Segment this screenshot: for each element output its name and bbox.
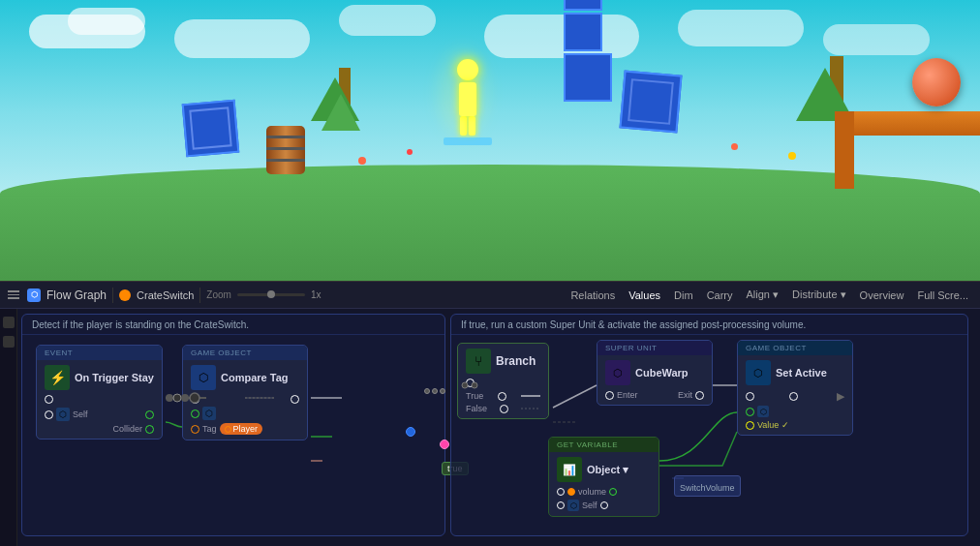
getvar-volume-port [567, 488, 575, 496]
branch-false-label: False [466, 404, 487, 413]
getvar-self-dot [600, 501, 608, 509]
flower-1 [358, 157, 366, 165]
setactive-value-row: Value ✓ [746, 420, 844, 430]
cloud-7 [823, 24, 930, 55]
node1-exec-out-port [45, 395, 53, 404]
carry-button[interactable]: Carry [703, 288, 737, 303]
tag-value: Player [233, 424, 259, 434]
side-icon-1[interactable] [3, 317, 15, 328]
node1-collider-port [145, 425, 154, 434]
cloud-4 [339, 5, 436, 36]
setactive-gameobj-port [746, 408, 754, 416]
getvar-volume-label: volume [578, 487, 606, 497]
setactive-value-port [746, 421, 754, 430]
setactive-node[interactable]: Game Object ⬡ Set Active ▶ [737, 340, 853, 436]
getvar-self-exec [557, 501, 565, 509]
superunit-exit-label: Exit [678, 390, 692, 400]
getvar-volume-out [609, 488, 617, 496]
zoom-slider[interactable] [237, 293, 305, 296]
node2-exec-in-port [191, 395, 199, 404]
superunit-category: Super Unit [597, 341, 712, 355]
node1-collider-label: Collider [112, 424, 142, 434]
fullscreen-button[interactable]: Full Scre... [913, 288, 972, 303]
branch-false-row: False [466, 404, 540, 413]
toolbar: ⬡ Flow Graph CrateSwitch Zoom 1x Relatio… [0, 282, 980, 309]
getvariable-node[interactable]: Get Variable 📊 Object ▾ volume [548, 437, 659, 517]
node2-gameobj-icon: ⬡ [202, 407, 216, 420]
branch-node[interactable]: ⑂ Branch True [457, 343, 549, 419]
on-trigger-stay-node[interactable]: Event ⚡ On Trigger Stay [36, 345, 163, 440]
svg-point-5 [173, 394, 181, 402]
side-icon-2[interactable] [3, 336, 15, 348]
node1-body: ⚡ On Trigger Stay ⬡ Self [37, 360, 162, 439]
align-button[interactable]: Align ▾ [743, 287, 783, 303]
zoom-label: Zoom [206, 289, 231, 300]
node2-tag-row: Tag Player [191, 423, 299, 435]
setactive-gameobj-icon: ⬡ [757, 406, 769, 417]
distribute-button[interactable]: Distribute ▾ [788, 287, 850, 303]
setactive-icon: ⬡ [746, 360, 771, 385]
relations-button[interactable]: Relations [567, 288, 619, 303]
cloud-6 [678, 10, 804, 46]
values-button[interactable]: Values [625, 288, 664, 303]
zoom-thumb [267, 290, 275, 298]
node2-gameobj-row: ⬡ [191, 407, 299, 420]
blue-box-right [619, 70, 682, 133]
node2-exec-row [191, 395, 299, 404]
tag-pill-dot [225, 426, 231, 433]
sidebar-toggle[interactable] [8, 288, 21, 302]
branch-true-label: True [466, 391, 483, 401]
node1-self-in-port [45, 410, 53, 419]
svg-line-11 [553, 385, 597, 408]
flower-4 [788, 152, 796, 160]
branch-title-row: ⑂ Branch [466, 349, 540, 374]
branch-body: ⑂ Branch True [458, 344, 548, 418]
tree-left [329, 68, 360, 131]
player-tag-pill: Player [220, 423, 263, 435]
node2-name: Compare Tag [221, 372, 288, 383]
branch-true-row: True [466, 391, 540, 401]
node1-icon: ⚡ [45, 365, 70, 390]
flow-graph-icon: ⬡ [27, 288, 41, 302]
getvar-icon: 📊 [557, 457, 582, 482]
cubeWarp-node[interactable]: Super Unit ⬡ CubeWarp Enter [597, 340, 713, 406]
getvar-exec-in [557, 488, 565, 496]
right-panel-nodes: ⑂ Branch True [451, 335, 967, 529]
player-dot-wire [406, 427, 415, 437]
ground [0, 165, 980, 281]
barrel [266, 126, 305, 174]
flower-3 [731, 143, 738, 150]
blue-box-left [182, 100, 240, 158]
node1-self-label: Self [73, 410, 88, 419]
getvar-self-label: Self [582, 500, 597, 510]
game-viewport [0, 0, 980, 281]
svg-point-4 [166, 394, 173, 402]
getvar-self-row: ⬡ Self [557, 500, 651, 511]
player-character [444, 59, 492, 145]
node2-category: Game Object [183, 346, 307, 360]
setactive-gameobj-row: ⬡ [746, 406, 844, 417]
node1-collider-row: Collider [45, 424, 154, 434]
node2-body: ⬡ Compare Tag ⬡ [183, 360, 307, 440]
left-panel-nodes: Event ⚡ On Trigger Stay [22, 335, 444, 529]
branch-name: Branch [496, 354, 536, 368]
zoom-value: 1x [311, 289, 322, 300]
setactive-value-label: Value ✓ [757, 420, 789, 430]
compare-tag-node[interactable]: Game Object ⬡ Compare Tag [182, 345, 308, 440]
platform-right [835, 111, 980, 136]
superunit-ports-row: Enter Exit [605, 390, 704, 400]
node1-title-row: ⚡ On Trigger Stay [45, 365, 154, 390]
flower-2 [407, 149, 413, 155]
overview-button[interactable]: Overview [856, 288, 908, 303]
superunit-enter-col: Enter [605, 390, 638, 400]
dim-button[interactable]: Dim [670, 288, 697, 303]
node2-title-row: ⬡ Compare Tag [191, 365, 299, 390]
node1-self-left: ⬡ Self [45, 408, 88, 421]
node1-exec-port-row [45, 395, 154, 404]
superunit-exit-port [695, 391, 704, 400]
superunit-enter-label: Enter [617, 390, 638, 400]
node2-tag-in-port [191, 425, 199, 434]
left-panel: Detect if the player is standing on the … [21, 314, 445, 536]
branch-exec-in-row [466, 379, 540, 387]
node1-name: On Trigger Stay [75, 372, 154, 383]
